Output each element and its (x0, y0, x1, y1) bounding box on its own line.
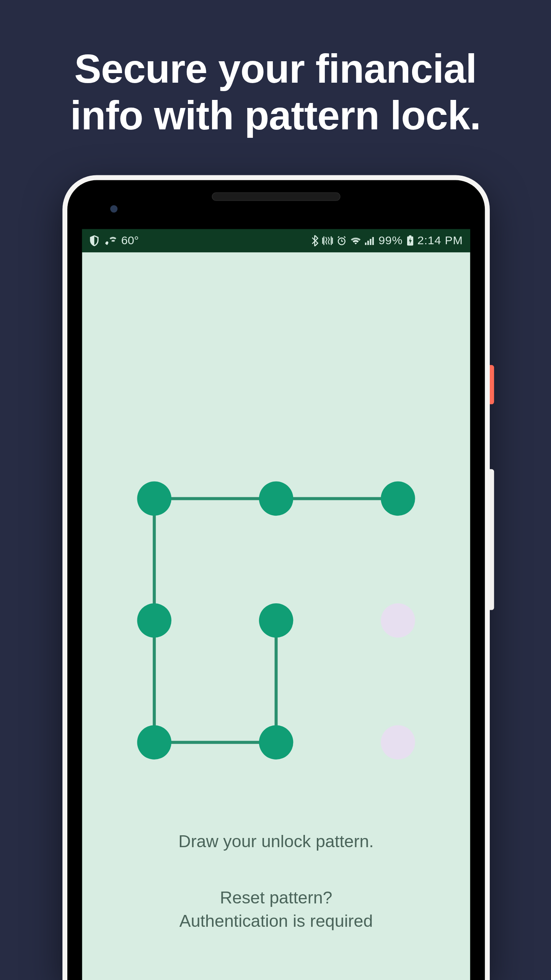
phone-device-frame: 60° (62, 175, 490, 980)
status-time: 2:14 PM (417, 234, 463, 247)
status-battery-pct: 99% (378, 234, 403, 247)
pattern-lock-grid[interactable] (136, 480, 416, 761)
alarm-icon (337, 236, 347, 246)
volume-button[interactable] (490, 469, 494, 610)
power-button[interactable] (490, 365, 494, 404)
battery-charging-icon (406, 235, 414, 246)
bluetooth-icon (311, 235, 318, 246)
signal-icon (365, 237, 375, 245)
pattern-dot-4[interactable] (259, 603, 293, 638)
pattern-dot-7[interactable] (259, 725, 293, 760)
pattern-dot-5[interactable] (381, 603, 415, 638)
shield-icon (90, 235, 99, 246)
promo-headline-line2: info with pattern lock. (70, 92, 481, 137)
status-bar: 60° (82, 229, 470, 252)
reset-pattern-prompt: Reset pattern? (82, 886, 470, 909)
svg-rect-2 (367, 241, 369, 245)
status-bar-right: 99% 2:14 PM (311, 234, 463, 247)
pattern-dot-8[interactable] (381, 725, 415, 760)
pattern-dot-0[interactable] (137, 482, 171, 516)
promo-headline: Secure your financial info with pattern … (0, 46, 551, 139)
svg-rect-6 (409, 235, 411, 237)
speaker-grill (212, 192, 341, 201)
reset-pattern-block[interactable]: Reset pattern? Authentication is require… (82, 886, 470, 933)
pattern-dot-1[interactable] (259, 482, 293, 516)
svg-rect-1 (365, 243, 367, 245)
status-bar-left: 60° (90, 234, 139, 247)
auth-required-text: Authentication is required (82, 910, 470, 933)
app-lock-screen: Draw your unlock pattern. Reset pattern?… (82, 252, 470, 980)
svg-rect-3 (370, 239, 372, 245)
front-camera (110, 205, 117, 212)
vibrate-icon (322, 236, 333, 246)
pattern-dot-2[interactable] (381, 482, 415, 516)
promo-headline-line1: Secure your financial (74, 46, 476, 91)
pattern-dot-3[interactable] (137, 603, 171, 638)
instruction-text: Draw your unlock pattern. (82, 832, 470, 851)
pattern-dot-6[interactable] (137, 725, 171, 760)
svg-rect-4 (372, 237, 374, 245)
wifi-icon (350, 237, 362, 245)
wifi-calling-icon (104, 236, 116, 246)
phone-screen: 60° (82, 229, 470, 980)
status-temperature: 60° (121, 234, 139, 247)
